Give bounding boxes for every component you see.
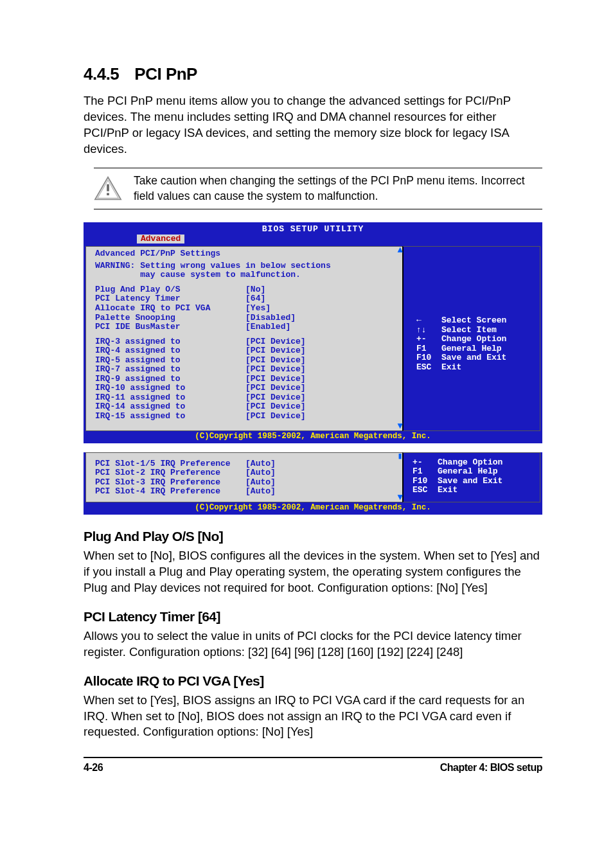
bios-nav-hint: F10 Save and Exit	[413, 477, 535, 486]
bios-option-row[interactable]: Palette Snooping [Disabled]	[95, 314, 396, 323]
bios-copyright: (C)Copyright 1985-2002, American Megatre…	[85, 431, 540, 441]
bios-option-row[interactable]: Plug And Play O/S [No]	[95, 285, 396, 295]
bios-option-row[interactable]: IRQ-10 assigned to [PCI Device]	[95, 384, 396, 393]
bios-option-row[interactable]: IRQ-9 assigned to [PCI Device]	[95, 375, 396, 384]
subsection-heading: Allocate IRQ to PCI VGA [Yes]	[84, 673, 542, 689]
bios-help-panel: +- Change OptionF1 General HelpF10 Save …	[402, 452, 540, 502]
bios-option-row[interactable]: Allocate IRQ to PCI VGA [Yes]	[95, 304, 396, 314]
bios-help-panel: ← Select Screen↑↓ Select Item+- Change O…	[402, 246, 540, 430]
intro-paragraph: The PCI PnP menu items allow you to chan…	[84, 93, 542, 157]
bios-option-row[interactable]: IRQ-4 assigned to [PCI Device]	[95, 346, 396, 356]
bios-nav-hint: ESC Exit	[416, 363, 535, 373]
bios-option-row[interactable]: PCI IDE BusMaster [Enabled]	[95, 323, 396, 332]
bios-tabbar: Advanced	[85, 235, 540, 245]
page-footer: 4-26 Chapter 4: BIOS setup	[84, 757, 542, 774]
bios-option-row[interactable]: IRQ-11 assigned to [PCI Device]	[95, 393, 396, 403]
bios-nav-hint: ← Select Screen	[416, 316, 535, 326]
section-title: PCI PnP	[134, 64, 197, 84]
subsection-heading: Plug And Play O/S [No]	[84, 529, 542, 544]
scroll-up-icon[interactable]: ▲	[398, 245, 403, 256]
chapter-label: Chapter 4: BIOS setup	[440, 762, 542, 774]
section-heading: 4.4.5PCI PnP	[84, 64, 542, 84]
bios-nav-hint: F1 General Help	[413, 467, 535, 477]
scroll-down-icon[interactable]: ▼	[398, 493, 403, 503]
bios-option-row[interactable]: IRQ-7 assigned to [PCI Device]	[95, 365, 396, 375]
subsection-paragraph: When set to [No], BIOS configures all th…	[84, 548, 542, 596]
bios-tab-advanced[interactable]: Advanced	[137, 235, 184, 244]
bios-options-panel: ▲ Advanced PCI/PnP Settings WARNING: Set…	[85, 246, 402, 430]
svg-rect-2	[107, 184, 109, 191]
bios-title: BIOS SETUP UTILITY	[85, 224, 540, 235]
bios-nav-hint: F10 Save and Exit	[416, 353, 535, 363]
section-number: 4.4.5	[84, 64, 119, 84]
scroll-down-icon[interactable]: ▼	[398, 421, 403, 432]
bios-nav-hint: F1 General Help	[416, 344, 535, 354]
bios-option-row[interactable]: PCI Slot-2 IRQ Preference [Auto]	[95, 468, 396, 478]
caution-box: Take caution when changing the settings …	[94, 168, 542, 209]
svg-rect-3	[107, 193, 109, 195]
subsection-paragraph: When set to [Yes], BIOS assigns an IRQ t…	[84, 693, 542, 741]
bios-option-row[interactable]: PCI Slot-4 IRQ Preference [Auto]	[95, 487, 396, 497]
bios-nav-hint: +- Change Option	[416, 335, 535, 344]
bios-subtitle: Advanced PCI/PnP Settings	[95, 249, 396, 259]
bios-option-row[interactable]: PCI Slot-1/5 IRQ Preference [Auto]	[95, 459, 396, 469]
scroll-up-icon[interactable]: ▮	[398, 452, 403, 462]
bios-copyright: (C)Copyright 1985-2002, American Megatre…	[85, 502, 540, 513]
caution-text: Take caution when changing the settings …	[134, 173, 542, 204]
bios-screen-fragment: ▮ PCI Slot-1/5 IRQ Preference [Auto]PCI …	[84, 452, 542, 515]
bios-option-row[interactable]: IRQ-5 assigned to [PCI Device]	[95, 356, 396, 366]
bios-options-panel: ▮ PCI Slot-1/5 IRQ Preference [Auto]PCI …	[85, 452, 402, 502]
bios-screen: BIOS SETUP UTILITY Advanced ▲ Advanced P…	[84, 222, 542, 443]
bios-nav-hint: ↑↓ Select Item	[416, 326, 535, 335]
bios-option-row[interactable]: IRQ-14 assigned to [PCI Device]	[95, 402, 396, 412]
bios-option-row[interactable]: PCI Slot-3 IRQ Preference [Auto]	[95, 478, 396, 488]
subsection-heading: PCI Latency Timer [64]	[84, 609, 542, 624]
page-number: 4-26	[84, 762, 103, 774]
bios-nav-hint: ESC Exit	[413, 486, 535, 495]
bios-option-row[interactable]: IRQ-15 assigned to [PCI Device]	[95, 412, 396, 421]
bios-nav-hint: +- Change Option	[413, 458, 535, 468]
warning-icon	[94, 176, 122, 202]
bios-option-row[interactable]: PCI Latency Timer [64]	[95, 294, 396, 304]
bios-option-row[interactable]: IRQ-3 assigned to [PCI Device]	[95, 337, 396, 347]
subsection-paragraph: Allows you to select the value in units …	[84, 628, 542, 660]
bios-warning: WARNING: Setting wrong values in below s…	[95, 261, 396, 280]
